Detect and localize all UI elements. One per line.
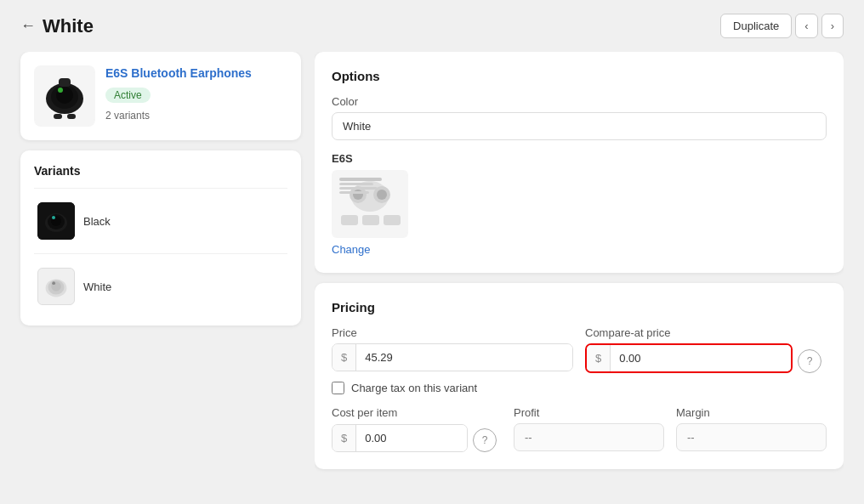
color-field-group: Color bbox=[332, 95, 827, 140]
svg-rect-27 bbox=[339, 178, 382, 181]
svg-rect-26 bbox=[384, 215, 401, 225]
top-bar-right: Duplicate ‹ › bbox=[720, 14, 844, 38]
duplicate-button[interactable]: Duplicate bbox=[720, 14, 792, 38]
variant-item-black[interactable]: Black bbox=[34, 195, 287, 246]
svg-point-23 bbox=[377, 190, 387, 200]
tax-label: Charge tax on this variant bbox=[351, 382, 477, 394]
svg-point-22 bbox=[353, 190, 363, 200]
price-field: Price $ bbox=[332, 326, 573, 371]
svg-rect-7 bbox=[67, 114, 76, 119]
top-bar: ← White Duplicate ‹ › bbox=[0, 0, 864, 52]
pricing-row: Price $ Compare-at price $ bbox=[332, 326, 827, 373]
color-input[interactable] bbox=[332, 112, 827, 140]
product-thumbnail bbox=[34, 65, 95, 127]
variants-title: Variants bbox=[34, 164, 287, 178]
prev-button[interactable]: ‹ bbox=[795, 14, 817, 38]
variants-count: 2 variants bbox=[105, 110, 287, 122]
svg-rect-25 bbox=[362, 215, 379, 225]
variant-label-white: White bbox=[83, 280, 111, 293]
next-button[interactable]: › bbox=[821, 14, 844, 38]
right-panel: Options Color E6S bbox=[315, 52, 844, 490]
left-panel: E6S Bluetooth Earphones Active 2 variant… bbox=[20, 52, 301, 490]
profit-input bbox=[514, 423, 664, 451]
page-title: White bbox=[43, 15, 94, 37]
margin-input bbox=[676, 423, 827, 451]
variant-label-black: Black bbox=[83, 215, 111, 228]
top-bar-left: ← White bbox=[20, 15, 94, 37]
cost-field: Cost per item $ ? bbox=[332, 406, 502, 452]
pricing-title: Pricing bbox=[332, 300, 827, 314]
compare-field: Compare-at price $ ? bbox=[585, 326, 827, 373]
svg-rect-24 bbox=[341, 215, 358, 225]
price-label: Price bbox=[332, 326, 573, 339]
status-badge: Active bbox=[105, 88, 151, 103]
product-info: E6S Bluetooth Earphones Active 2 variant… bbox=[105, 65, 287, 122]
compare-info-icon[interactable]: ? bbox=[798, 349, 821, 373]
compare-input-wrap: $ bbox=[585, 343, 793, 373]
svg-rect-28 bbox=[339, 183, 373, 185]
price-input[interactable] bbox=[356, 344, 572, 371]
color-label: Color bbox=[332, 95, 827, 108]
price-symbol: $ bbox=[333, 344, 356, 371]
variant-thumb-white bbox=[37, 268, 75, 305]
cost-input[interactable] bbox=[356, 425, 467, 451]
compare-input[interactable] bbox=[611, 345, 791, 371]
image-label-col: E6S bbox=[332, 152, 408, 256]
cost-row: Cost per item $ ? Profit bbox=[332, 406, 827, 452]
e6s-label: E6S bbox=[332, 152, 353, 165]
tax-row: Charge tax on this variant bbox=[332, 382, 827, 394]
variant-item-white[interactable]: White bbox=[34, 261, 287, 312]
pricing-card: Pricing Price $ Compare-at price $ bbox=[315, 283, 844, 469]
variants-card: Variants Black bbox=[20, 150, 301, 326]
margin-label: Margin bbox=[676, 406, 827, 419]
compare-symbol: $ bbox=[587, 345, 611, 371]
options-card: Options Color E6S bbox=[315, 52, 844, 273]
svg-rect-5 bbox=[59, 78, 71, 87]
cost-symbol: $ bbox=[333, 425, 356, 451]
product-card: E6S Bluetooth Earphones Active 2 variant… bbox=[20, 52, 301, 140]
product-image-box bbox=[332, 170, 408, 238]
variant-thumb-black bbox=[37, 202, 75, 240]
svg-point-4 bbox=[58, 88, 63, 93]
cost-label: Cost per item bbox=[332, 406, 502, 419]
back-button[interactable]: ← bbox=[20, 17, 36, 35]
svg-point-12 bbox=[52, 216, 55, 219]
image-row: E6S bbox=[332, 152, 827, 256]
cost-info-icon[interactable]: ? bbox=[473, 428, 497, 452]
compare-label: Compare-at price bbox=[585, 326, 827, 339]
price-input-wrap: $ bbox=[332, 343, 573, 371]
product-name: E6S Bluetooth Earphones bbox=[105, 65, 287, 82]
options-title: Options bbox=[332, 69, 827, 83]
tax-checkbox[interactable] bbox=[332, 382, 344, 394]
profit-label: Profit bbox=[514, 406, 664, 419]
svg-rect-6 bbox=[54, 114, 62, 119]
svg-rect-29 bbox=[339, 187, 378, 190]
main-content: E6S Bluetooth Earphones Active 2 variant… bbox=[0, 52, 864, 504]
cost-input-wrap: $ bbox=[332, 424, 468, 452]
svg-rect-30 bbox=[339, 191, 369, 194]
change-link[interactable]: Change bbox=[332, 243, 371, 256]
margin-field: Margin bbox=[676, 406, 827, 451]
profit-field: Profit bbox=[514, 406, 664, 451]
svg-point-17 bbox=[52, 281, 55, 285]
